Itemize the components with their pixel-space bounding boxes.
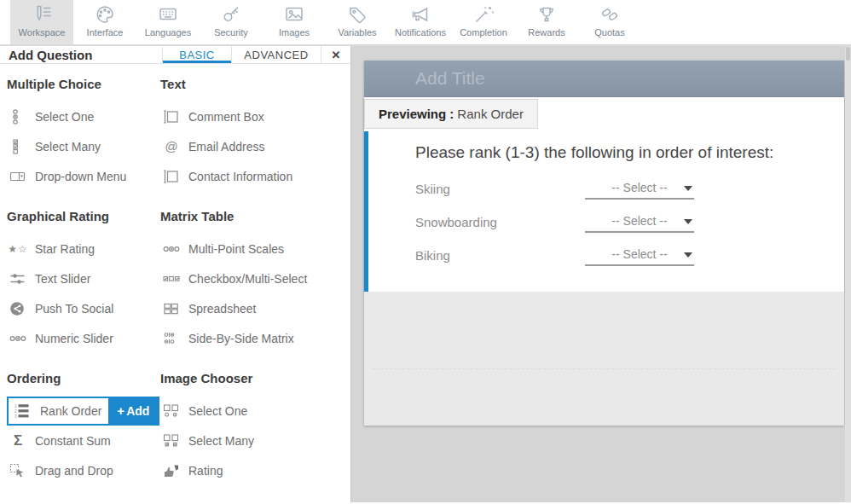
toolbar-item-rewards[interactable]: Rewards (515, 0, 578, 44)
panel-title: Add Question (0, 46, 162, 63)
key-icon (220, 3, 242, 26)
item-dropdown-menu[interactable]: Drop-down Menu (7, 161, 160, 191)
keyboard-icon (157, 3, 179, 26)
rank-row: Biking -- Select -- (415, 244, 844, 266)
toolbar-label: Languages (145, 27, 191, 38)
tab-basic[interactable]: BASIC (162, 46, 231, 63)
section-title: Graphical Rating (7, 208, 160, 225)
add-title-bar[interactable]: Add Title (364, 61, 844, 97)
selected-question-type: 123 Rank Order +Add (7, 397, 159, 426)
scrollbar-thumb[interactable] (846, 47, 850, 61)
toolbar-item-completion[interactable]: Completion (452, 0, 515, 44)
item-multi-point-scales[interactable]: Multi-Point Scales (160, 234, 344, 264)
active-question-indicator (364, 131, 368, 292)
survey-builder-app: Workspace Interface Languages Security I… (0, 0, 851, 504)
item-contact-information[interactable]: Contact Information (160, 161, 344, 191)
at-sign-icon: @ (160, 139, 182, 154)
section-title: Multiple Choice (7, 76, 160, 93)
toolbar-label: Quotas (594, 27, 624, 38)
toolbar-item-quotas[interactable]: Quotas (578, 0, 641, 44)
close-panel-button[interactable]: ✕ (321, 46, 350, 63)
item-comment-box[interactable]: Comment Box (160, 101, 344, 131)
image-radio-icon (160, 403, 182, 419)
toolbar-item-variables[interactable]: Variables (326, 0, 389, 44)
sliders-icon (7, 271, 29, 287)
card-empty-body (364, 292, 844, 426)
matrix-grid-icon (160, 331, 182, 346)
item-side-by-side-matrix[interactable]: Side-By-Side Matrix (160, 323, 344, 353)
item-text-slider[interactable]: Text Slider (7, 264, 160, 293)
stars-icon: ★☆ (7, 243, 29, 255)
radio-list-icon (7, 109, 29, 125)
toolbar-label: Workspace (19, 27, 66, 38)
item-image-rating[interactable]: Rating (160, 455, 344, 485)
vertical-scrollbar[interactable] (845, 46, 851, 502)
section-title: Image Chooser (160, 370, 344, 387)
item-constant-sum[interactable]: Σ Constant Sum (7, 426, 160, 455)
tab-advanced[interactable]: ADVANCED (231, 46, 321, 63)
megaphone-icon (409, 3, 431, 26)
checkbox-row-icon (160, 271, 182, 287)
rank-row: Snowboarding -- Select -- (415, 211, 844, 233)
drag-cursor-icon (7, 463, 29, 478)
item-checkbox-multi-select[interactable]: Checkbox/Multi-Select (160, 264, 344, 293)
dropdown-caret-icon (684, 186, 692, 191)
section-title: Ordering (7, 370, 160, 387)
previewing-badge: Previewing :Rank Order (364, 99, 538, 129)
palette-icon (94, 3, 116, 26)
numbered-list-icon: 123 (12, 403, 34, 419)
rank-row: Skiing -- Select -- (415, 177, 844, 200)
section-ordering: Ordering 123 Rank Order +Add (7, 370, 160, 485)
grid-icon (160, 301, 182, 316)
image-checkbox-icon (160, 433, 182, 449)
toolbar-label: Images (279, 27, 310, 38)
item-image-select-one[interactable]: Select One (160, 396, 344, 426)
tag-icon (346, 3, 368, 26)
checkbox-list-icon (7, 139, 29, 154)
section-multiple-choice: Multiple Choice Select One Select Many (7, 76, 160, 191)
toolbar-item-workspace[interactable]: Workspace (10, 0, 73, 44)
toolbar-label: Security (214, 27, 248, 38)
item-drag-and-drop[interactable]: Drag and Drop (7, 455, 160, 485)
question-preview-card: Add Title Previewing :Rank Order Please … (364, 61, 844, 426)
dropdown-box-icon (7, 169, 29, 184)
plus-icon: + (117, 403, 124, 418)
add-question-panel: Add Question BASIC ADVANCED ✕ Multiple C… (0, 46, 351, 502)
top-toolbar: Workspace Interface Languages Security I… (0, 0, 851, 46)
item-mc-select-one[interactable]: Select One (7, 101, 160, 131)
preview-area: Add Title Previewing :Rank Order Please … (351, 46, 851, 502)
item-mc-select-many[interactable]: Select Many (7, 131, 160, 161)
rank-select-biking[interactable]: -- Select -- (585, 244, 694, 266)
item-email-address[interactable]: @ Email Address (160, 131, 344, 161)
trophy-icon (535, 3, 558, 26)
item-numeric-slider[interactable]: Numeric Slider (7, 323, 160, 353)
toolbar-item-security[interactable]: Security (200, 0, 263, 44)
toolbar-item-interface[interactable]: Interface (73, 0, 136, 44)
radio-row-icon (7, 331, 29, 346)
add-question-button[interactable]: +Add (108, 398, 158, 424)
add-title-placeholder: Add Title (415, 68, 485, 89)
rank-select-skiing[interactable]: -- Select -- (585, 177, 694, 200)
rank-select-snowboarding[interactable]: -- Select -- (585, 211, 694, 233)
question-type-list: Multiple Choice Select One Select Many (0, 64, 350, 502)
text-box-cursor-icon (160, 109, 182, 125)
section-title: Matrix Table (160, 208, 344, 225)
toolbar-item-images[interactable]: Images (263, 0, 326, 44)
item-spreadsheet[interactable]: Spreadsheet (160, 293, 344, 323)
image-icon (283, 3, 305, 26)
toolbar-item-languages[interactable]: Languages (136, 0, 200, 44)
text-box-cursor-icon (160, 169, 182, 184)
panel-header: Add Question BASIC ADVANCED ✕ (0, 46, 350, 64)
item-star-rating[interactable]: ★☆ Star Rating (7, 234, 160, 264)
item-image-select-many[interactable]: Select Many (160, 426, 344, 455)
toolbar-label: Notifications (395, 27, 446, 38)
item-rank-order-selected[interactable]: 123 Rank Order +Add (7, 396, 160, 426)
close-icon: ✕ (332, 49, 341, 61)
dropdown-caret-icon (684, 219, 692, 224)
toolbar-label: Variables (338, 27, 376, 38)
share-circle-icon (7, 301, 29, 316)
dropdown-caret-icon (684, 252, 692, 258)
section-text: Text Comment Box @ Email Address (160, 76, 344, 191)
toolbar-item-notifications[interactable]: Notifications (389, 0, 452, 44)
item-push-to-social[interactable]: Push To Social (7, 293, 160, 323)
